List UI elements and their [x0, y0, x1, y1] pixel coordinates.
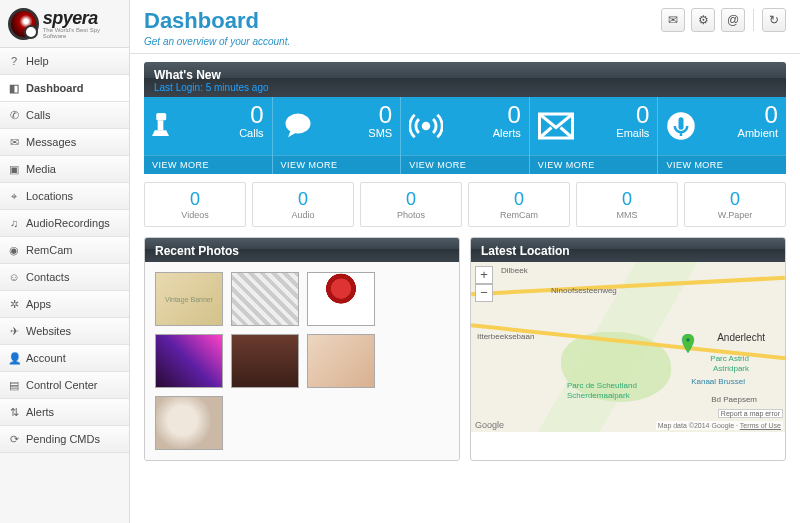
nav-dashboard[interactable]: ◧Dashboard [0, 75, 129, 102]
map-label: Bd Paepsem [711, 395, 757, 404]
nav-pending-cmds[interactable]: ⟳Pending CMDs [0, 426, 129, 453]
nav-calls[interactable]: ✆Calls [0, 102, 129, 129]
tile2-value: 0 [685, 189, 785, 210]
nav-audiorecordings[interactable]: ♫AudioRecordings [0, 210, 129, 237]
map-google-logo: Google [475, 420, 504, 430]
latest-location-panel: Latest Location Dilbeek Ninoofsesteenweg… [470, 237, 786, 461]
view-more-link[interactable]: VIEW MORE [658, 155, 786, 174]
nav-label: Locations [26, 190, 73, 202]
main-content: Dashboard Get an overview of your accoun… [130, 0, 800, 523]
photo-thumb[interactable] [155, 334, 223, 388]
page-header: Dashboard Get an overview of your accoun… [130, 0, 800, 54]
mail-button[interactable]: ✉ [661, 8, 685, 32]
refresh-icon: ↻ [769, 13, 779, 27]
tile2-audio[interactable]: 0Audio [252, 182, 354, 227]
photo-thumb[interactable]: Vintage Banner [155, 272, 223, 326]
tile2-label: Audio [253, 210, 353, 220]
nav-label: Pending CMDs [26, 433, 100, 445]
photo-thumb[interactable] [231, 272, 299, 326]
nav-label: Contacts [26, 271, 69, 283]
settings-button[interactable]: ⚙ [691, 8, 715, 32]
map-label: Astridpark [713, 364, 749, 373]
tile2-remcam[interactable]: 0RemCam [468, 182, 570, 227]
brand-tagline: The World's Best Spy Software [43, 27, 121, 39]
tile-ambient[interactable]: 0Ambient VIEW MORE [657, 97, 786, 174]
view-more-link[interactable]: VIEW MORE [144, 155, 272, 174]
camera-icon: ◉ [8, 244, 20, 256]
phone-icon [152, 109, 186, 147]
spyera-logo-icon [8, 8, 39, 40]
tile2-photos[interactable]: 0Photos [360, 182, 462, 227]
phone-icon: ✆ [8, 109, 20, 121]
tile2-videos[interactable]: 0Videos [144, 182, 246, 227]
nav-contacts[interactable]: ☺Contacts [0, 264, 129, 291]
tile-emails[interactable]: 0Emails VIEW MORE [529, 97, 658, 174]
svg-point-3 [423, 123, 429, 129]
contacts-icon: ☺ [8, 271, 20, 283]
tile2-wpaper[interactable]: 0W.Paper [684, 182, 786, 227]
tile2-label: MMS [577, 210, 677, 220]
tile-calls[interactable]: 0Calls VIEW MORE [144, 97, 272, 174]
page-title: Dashboard [144, 8, 290, 34]
tile-sms[interactable]: 0SMS VIEW MORE [272, 97, 401, 174]
nav-messages[interactable]: ✉Messages [0, 129, 129, 156]
account-icon: 👤 [8, 352, 20, 364]
map-zoom-in[interactable]: + [475, 266, 493, 284]
svg-rect-6 [679, 117, 684, 130]
map-report-link[interactable]: Report a map error [718, 409, 783, 418]
nav-help[interactable]: ?Help [0, 48, 129, 75]
photo-thumb[interactable] [307, 334, 375, 388]
nav-label: Alerts [26, 406, 54, 418]
whats-new-panel: What's New Last Login: 5 minutes ago [144, 62, 786, 97]
map-terms-link[interactable]: Terms of Use [740, 422, 781, 429]
at-icon: @ [727, 13, 739, 27]
nav-media[interactable]: ▣Media [0, 156, 129, 183]
location-icon: ⌖ [8, 190, 20, 202]
photo-thumb[interactable] [231, 334, 299, 388]
power-button[interactable]: @ [721, 8, 745, 32]
web-icon: ✈ [8, 325, 20, 337]
thumb-caption: Vintage Banner [165, 296, 213, 303]
tile2-value: 0 [361, 189, 461, 210]
photo-thumb[interactable] [155, 396, 223, 450]
page-subtitle: Get an overview of your account. [144, 36, 290, 47]
refresh-button[interactable]: ↻ [762, 8, 786, 32]
map-label: Anderlecht [717, 332, 765, 343]
nav-label: Websites [26, 325, 71, 337]
nav-account[interactable]: 👤Account [0, 345, 129, 372]
map[interactable]: Dilbeek Ninoofsesteenweg Itterbeeksebaan… [471, 262, 785, 432]
tile2-label: RemCam [469, 210, 569, 220]
tile-value: 0 [368, 103, 392, 127]
nav-apps[interactable]: ✲Apps [0, 291, 129, 318]
tile2-label: Videos [145, 210, 245, 220]
view-more-link[interactable]: VIEW MORE [401, 155, 529, 174]
tile-value: 0 [616, 103, 649, 127]
nav-control-center[interactable]: ▤Control Center [0, 372, 129, 399]
map-zoom-out[interactable]: − [475, 284, 493, 302]
recent-photos-panel: Recent Photos Vintage Banner [144, 237, 460, 461]
tile2-mms[interactable]: 0MMS [576, 182, 678, 227]
photo-thumb[interactable] [307, 272, 375, 326]
nav-label: AudioRecordings [26, 217, 110, 229]
nav-websites[interactable]: ✈Websites [0, 318, 129, 345]
nav-label: Dashboard [26, 82, 83, 94]
svg-rect-0 [156, 113, 166, 120]
alert-icon: ⇅ [8, 406, 20, 418]
view-more-link[interactable]: VIEW MORE [273, 155, 401, 174]
map-attribution: Map data ©2014 Google · Terms of Use [656, 421, 783, 430]
map-label: Ninoofsesteenweg [551, 286, 617, 295]
nav-locations[interactable]: ⌖Locations [0, 183, 129, 210]
panel-title: Recent Photos [155, 244, 449, 258]
header-tools: ✉ ⚙ @ ↻ [661, 8, 786, 32]
tile-label: SMS [368, 127, 392, 139]
nav-remcam[interactable]: ◉RemCam [0, 237, 129, 264]
map-label: Parc de Scheutland [567, 381, 637, 390]
nav-label: RemCam [26, 244, 72, 256]
tile-alerts[interactable]: 0Alerts VIEW MORE [400, 97, 529, 174]
photo-grid: Vintage Banner [145, 262, 459, 460]
nav-alerts[interactable]: ⇅Alerts [0, 399, 129, 426]
gear-icon: ⚙ [698, 13, 709, 27]
view-more-link[interactable]: VIEW MORE [530, 155, 658, 174]
tile2-value: 0 [469, 189, 569, 210]
tile-value: 0 [493, 103, 521, 127]
